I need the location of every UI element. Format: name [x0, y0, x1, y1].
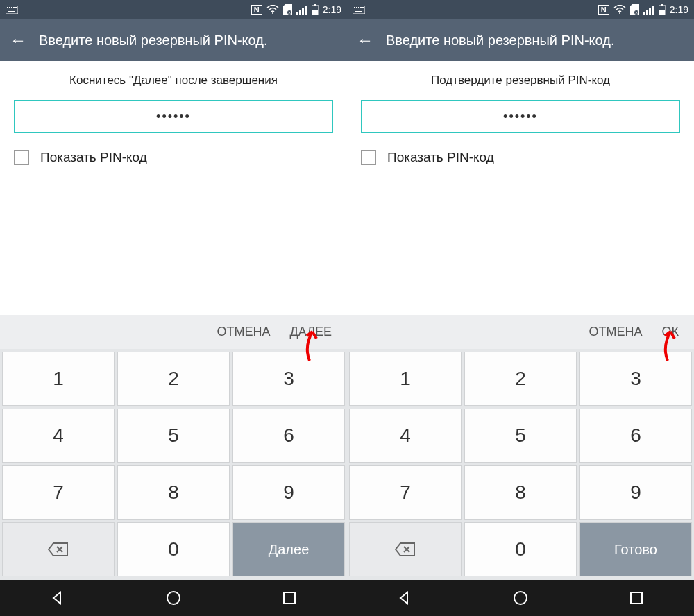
content-area: Коснитесь "Далее" после завершения •••••… [0, 61, 347, 165]
battery-icon [659, 4, 666, 15]
navigation-bar [347, 580, 694, 616]
svg-rect-32 [652, 6, 654, 15]
svg-rect-10 [296, 12, 298, 15]
wifi-icon [266, 5, 279, 15]
back-arrow-icon[interactable]: ← [10, 31, 26, 50]
key-0[interactable]: 0 [464, 522, 577, 576]
key-9[interactable]: 9 [232, 465, 345, 520]
key-backspace[interactable] [349, 522, 462, 576]
checkbox-icon[interactable] [361, 150, 376, 165]
pin-input[interactable]: •••••• [14, 100, 333, 133]
cancel-button[interactable]: ОТМЕНА [217, 325, 271, 339]
svg-rect-31 [649, 8, 651, 15]
next-button[interactable]: ДАЛЕЕ [290, 325, 332, 339]
key-action-done[interactable]: Готово [579, 522, 692, 576]
svg-rect-20 [354, 7, 355, 8]
keyboard-icon [6, 6, 18, 14]
svg-rect-23 [360, 7, 362, 8]
key-backspace[interactable] [2, 522, 115, 576]
key-5[interactable]: 5 [117, 409, 230, 463]
screen-right: N ✕ 2:19 ← Введите новый резервный PIN-к… [347, 0, 694, 616]
app-bar: ← Введите новый резервный PIN-код. [0, 19, 347, 61]
key-7[interactable]: 7 [349, 465, 462, 520]
key-8[interactable]: 8 [464, 465, 577, 520]
nav-home-icon[interactable] [164, 588, 183, 608]
svg-rect-0 [6, 6, 18, 14]
show-pin-label: Показать PIN-код [40, 150, 147, 165]
content-area: Подтвердите резервный PIN-код •••••• Пок… [347, 61, 694, 165]
nav-home-icon[interactable] [511, 588, 530, 608]
show-pin-label: Показать PIN-код [387, 150, 494, 165]
show-pin-checkbox-row[interactable]: Показать PIN-код [14, 150, 333, 165]
svg-rect-3 [11, 7, 12, 8]
nav-back-icon[interactable] [48, 588, 67, 608]
key-3[interactable]: 3 [232, 352, 345, 406]
signal-icon [643, 5, 654, 15]
key-0[interactable]: 0 [117, 522, 230, 576]
svg-rect-18 [284, 592, 295, 604]
key-5[interactable]: 5 [464, 409, 577, 463]
key-7[interactable]: 7 [2, 465, 115, 520]
svg-rect-2 [9, 7, 10, 8]
nav-recent-icon[interactable] [280, 588, 299, 608]
key-6[interactable]: 6 [579, 409, 692, 463]
svg-rect-22 [358, 7, 359, 8]
svg-rect-4 [13, 7, 15, 8]
key-2[interactable]: 2 [117, 352, 230, 406]
svg-rect-13 [305, 6, 307, 15]
svg-rect-19 [353, 6, 365, 14]
instruction-text: Коснитесь "Далее" после завершения [14, 74, 333, 87]
keyboard-icon [353, 6, 365, 14]
nfc-icon: N [251, 5, 262, 15]
svg-rect-29 [643, 12, 645, 15]
show-pin-checkbox-row[interactable]: Показать PIN-код [361, 150, 680, 165]
action-row: ОТМЕНА ДАЛЕЕ [0, 315, 347, 349]
nfc-icon: N [598, 5, 609, 15]
key-4[interactable]: 4 [349, 409, 462, 463]
key-4[interactable]: 4 [2, 409, 115, 463]
wifi-icon [613, 5, 626, 15]
sd-card-icon: ✕ [283, 4, 292, 15]
svg-rect-25 [355, 11, 362, 12]
key-2[interactable]: 2 [464, 352, 577, 406]
svg-point-17 [167, 592, 180, 604]
pin-input[interactable]: •••••• [361, 100, 680, 133]
key-8[interactable]: 8 [117, 465, 230, 520]
svg-rect-30 [646, 10, 648, 15]
nav-recent-icon[interactable] [627, 588, 646, 608]
page-title: Введите новый резервный PIN-код. [39, 33, 267, 49]
nav-back-icon[interactable] [395, 588, 414, 608]
status-bar: N ✕ 2:19 [0, 0, 347, 19]
page-title: Введите новый резервный PIN-код. [386, 33, 614, 49]
key-3[interactable]: 3 [579, 352, 692, 406]
app-bar: ← Введите новый резервный PIN-код. [347, 19, 694, 61]
numeric-keypad: 1 2 3 4 5 6 7 8 9 0 Готово [347, 349, 694, 580]
svg-rect-37 [631, 592, 642, 604]
action-row: ОТМЕНА ОК [347, 315, 694, 349]
status-time: 2:19 [323, 4, 341, 15]
svg-point-36 [514, 592, 527, 604]
instruction-text: Подтвердите резервный PIN-код [361, 74, 680, 87]
key-action-next[interactable]: Далее [232, 522, 345, 576]
navigation-bar [0, 580, 347, 616]
signal-icon [296, 5, 307, 15]
status-bar: N ✕ 2:19 [347, 0, 694, 19]
svg-rect-6 [8, 11, 15, 12]
svg-rect-1 [7, 7, 8, 8]
key-6[interactable]: 6 [232, 409, 345, 463]
numeric-keypad: 1 2 3 4 5 6 7 8 9 0 Далее [0, 349, 347, 580]
svg-rect-16 [312, 10, 318, 15]
key-1[interactable]: 1 [2, 352, 115, 406]
ok-button[interactable]: ОК [662, 325, 679, 339]
svg-rect-12 [302, 8, 304, 15]
svg-rect-24 [362, 7, 364, 8]
cancel-button[interactable]: ОТМЕНА [589, 325, 642, 339]
back-arrow-icon[interactable]: ← [357, 31, 373, 50]
checkbox-icon[interactable] [14, 150, 29, 165]
backspace-icon [48, 542, 69, 557]
key-1[interactable]: 1 [349, 352, 462, 406]
key-9[interactable]: 9 [579, 465, 692, 520]
sd-card-icon: ✕ [630, 4, 639, 15]
svg-text:✕: ✕ [288, 10, 291, 15]
status-time: 2:19 [670, 4, 688, 15]
